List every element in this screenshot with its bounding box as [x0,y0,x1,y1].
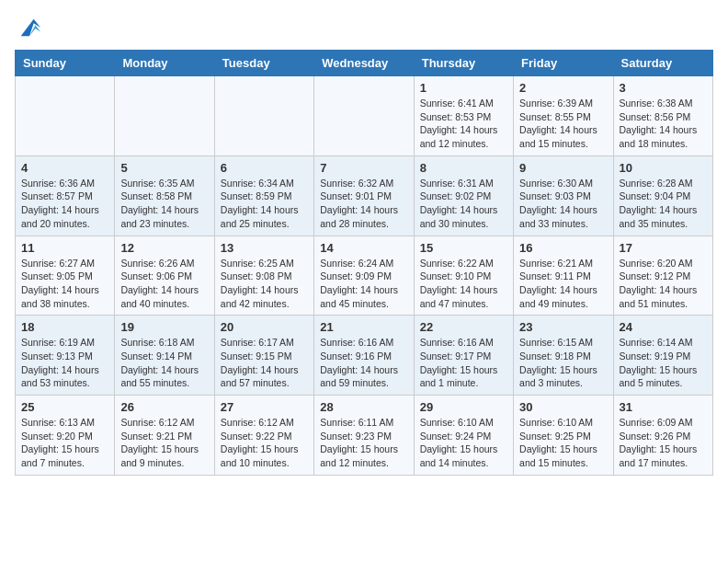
day-number: 20 [221,320,308,334]
cell-content: Sunrise: 6:22 AM Sunset: 9:10 PM Dayligh… [420,257,507,311]
calendar-cell: 19Sunrise: 6:18 AM Sunset: 9:14 PM Dayli… [115,316,214,396]
cell-content: Sunrise: 6:20 AM Sunset: 9:12 PM Dayligh… [620,257,707,311]
day-number: 21 [320,320,407,334]
week-row-3: 11Sunrise: 6:27 AM Sunset: 9:05 PM Dayli… [16,236,713,316]
day-number: 19 [120,320,208,334]
cell-content: Sunrise: 6:25 AM Sunset: 9:08 PM Dayligh… [221,257,308,311]
day-number: 2 [519,81,607,95]
cell-content: Sunrise: 6:12 AM Sunset: 9:22 PM Dayligh… [221,416,308,470]
cell-content: Sunrise: 6:39 AM Sunset: 8:55 PM Dayligh… [519,97,607,151]
cell-content: Sunrise: 6:19 AM Sunset: 9:13 PM Dayligh… [21,336,108,390]
week-row-1: 1Sunrise: 6:41 AM Sunset: 8:53 PM Daylig… [16,76,713,156]
calendar-cell: 31Sunrise: 6:09 AM Sunset: 9:26 PM Dayli… [613,396,712,476]
calendar-cell: 27Sunrise: 6:12 AM Sunset: 9:22 PM Dayli… [214,396,313,476]
day-header-monday: Monday [115,51,214,76]
day-number: 11 [21,241,108,255]
cell-content: Sunrise: 6:09 AM Sunset: 9:26 PM Dayligh… [620,416,707,470]
calendar-cell: 28Sunrise: 6:11 AM Sunset: 9:23 PM Dayli… [314,396,414,476]
cell-content: Sunrise: 6:13 AM Sunset: 9:20 PM Dayligh… [21,416,108,470]
day-number: 9 [519,161,607,175]
calendar-cell [214,76,313,156]
calendar-cell: 29Sunrise: 6:10 AM Sunset: 9:24 PM Dayli… [414,396,513,476]
day-number: 6 [221,161,308,175]
day-number: 14 [320,241,407,255]
calendar-cell: 6Sunrise: 6:34 AM Sunset: 8:59 PM Daylig… [214,155,313,236]
cell-content: Sunrise: 6:16 AM Sunset: 9:16 PM Dayligh… [320,336,407,390]
day-number: 27 [221,400,308,414]
calendar-cell: 21Sunrise: 6:16 AM Sunset: 9:16 PM Dayli… [314,316,414,396]
day-header-thursday: Thursday [414,51,513,76]
calendar-cell: 25Sunrise: 6:13 AM Sunset: 9:20 PM Dayli… [16,396,115,476]
cell-content: Sunrise: 6:10 AM Sunset: 9:25 PM Dayligh… [519,416,607,470]
cell-content: Sunrise: 6:31 AM Sunset: 9:02 PM Dayligh… [420,177,507,231]
day-number: 12 [120,241,208,255]
day-number: 18 [21,320,108,334]
calendar-cell: 3Sunrise: 6:38 AM Sunset: 8:56 PM Daylig… [613,76,712,156]
day-headers-row: SundayMondayTuesdayWednesdayThursdayFrid… [16,51,713,76]
cell-content: Sunrise: 6:12 AM Sunset: 9:21 PM Dayligh… [120,416,208,470]
day-number: 23 [519,320,607,334]
cell-content: Sunrise: 6:34 AM Sunset: 8:59 PM Dayligh… [221,177,308,231]
calendar-cell: 7Sunrise: 6:32 AM Sunset: 9:01 PM Daylig… [314,155,414,236]
calendar-cell [16,76,115,156]
calendar-cell: 20Sunrise: 6:17 AM Sunset: 9:15 PM Dayli… [214,316,313,396]
day-header-friday: Friday [514,51,613,76]
day-header-tuesday: Tuesday [214,51,313,76]
calendar-cell: 30Sunrise: 6:10 AM Sunset: 9:25 PM Dayli… [514,396,613,476]
day-header-wednesday: Wednesday [314,51,414,76]
calendar-cell: 17Sunrise: 6:20 AM Sunset: 9:12 PM Dayli… [613,236,712,316]
cell-content: Sunrise: 6:16 AM Sunset: 9:17 PM Dayligh… [420,336,507,390]
calendar: SundayMondayTuesdayWednesdayThursdayFrid… [15,50,713,476]
page-header [15,15,713,40]
cell-content: Sunrise: 6:26 AM Sunset: 9:06 PM Dayligh… [120,257,208,311]
calendar-cell: 2Sunrise: 6:39 AM Sunset: 8:55 PM Daylig… [514,76,613,156]
week-row-4: 18Sunrise: 6:19 AM Sunset: 9:13 PM Dayli… [16,316,713,396]
cell-content: Sunrise: 6:30 AM Sunset: 9:03 PM Dayligh… [519,177,607,231]
day-number: 17 [620,241,707,255]
day-number: 31 [620,400,707,414]
svg-marker-0 [21,19,40,37]
cell-content: Sunrise: 6:15 AM Sunset: 9:18 PM Dayligh… [519,336,607,390]
day-number: 25 [21,400,108,414]
day-number: 1 [420,81,507,95]
day-number: 15 [420,241,507,255]
day-header-sunday: Sunday [16,51,115,76]
day-number: 26 [120,400,208,414]
day-number: 30 [519,400,607,414]
day-number: 3 [620,81,707,95]
day-number: 29 [420,400,507,414]
calendar-cell: 23Sunrise: 6:15 AM Sunset: 9:18 PM Dayli… [514,316,613,396]
calendar-cell: 10Sunrise: 6:28 AM Sunset: 9:04 PM Dayli… [613,155,712,236]
calendar-cell: 14Sunrise: 6:24 AM Sunset: 9:09 PM Dayli… [314,236,414,316]
cell-content: Sunrise: 6:24 AM Sunset: 9:09 PM Dayligh… [320,257,407,311]
day-number: 28 [320,400,407,414]
calendar-cell: 15Sunrise: 6:22 AM Sunset: 9:10 PM Dayli… [414,236,513,316]
week-row-2: 4Sunrise: 6:36 AM Sunset: 8:57 PM Daylig… [16,155,713,236]
cell-content: Sunrise: 6:27 AM Sunset: 9:05 PM Dayligh… [21,257,108,311]
day-number: 7 [320,161,407,175]
calendar-cell: 24Sunrise: 6:14 AM Sunset: 9:19 PM Dayli… [613,316,712,396]
week-row-5: 25Sunrise: 6:13 AM Sunset: 9:20 PM Dayli… [16,396,713,476]
calendar-cell: 18Sunrise: 6:19 AM Sunset: 9:13 PM Dayli… [16,316,115,396]
cell-content: Sunrise: 6:14 AM Sunset: 9:19 PM Dayligh… [620,336,707,390]
cell-content: Sunrise: 6:38 AM Sunset: 8:56 PM Dayligh… [620,97,707,151]
cell-content: Sunrise: 6:17 AM Sunset: 9:15 PM Dayligh… [221,336,308,390]
day-number: 24 [620,320,707,334]
day-number: 10 [620,161,707,175]
logo [15,15,42,40]
day-number: 13 [221,241,308,255]
calendar-cell [115,76,214,156]
cell-content: Sunrise: 6:18 AM Sunset: 9:14 PM Dayligh… [120,336,208,390]
cell-content: Sunrise: 6:41 AM Sunset: 8:53 PM Dayligh… [420,97,507,151]
day-header-saturday: Saturday [613,51,712,76]
calendar-cell: 9Sunrise: 6:30 AM Sunset: 9:03 PM Daylig… [514,155,613,236]
cell-content: Sunrise: 6:28 AM Sunset: 9:04 PM Dayligh… [620,177,707,231]
cell-content: Sunrise: 6:11 AM Sunset: 9:23 PM Dayligh… [320,416,407,470]
calendar-cell [314,76,414,156]
calendar-cell: 11Sunrise: 6:27 AM Sunset: 9:05 PM Dayli… [16,236,115,316]
calendar-cell: 5Sunrise: 6:35 AM Sunset: 8:58 PM Daylig… [115,155,214,236]
day-number: 16 [519,241,607,255]
calendar-cell: 12Sunrise: 6:26 AM Sunset: 9:06 PM Dayli… [115,236,214,316]
cell-content: Sunrise: 6:35 AM Sunset: 8:58 PM Dayligh… [120,177,208,231]
cell-content: Sunrise: 6:10 AM Sunset: 9:24 PM Dayligh… [420,416,507,470]
